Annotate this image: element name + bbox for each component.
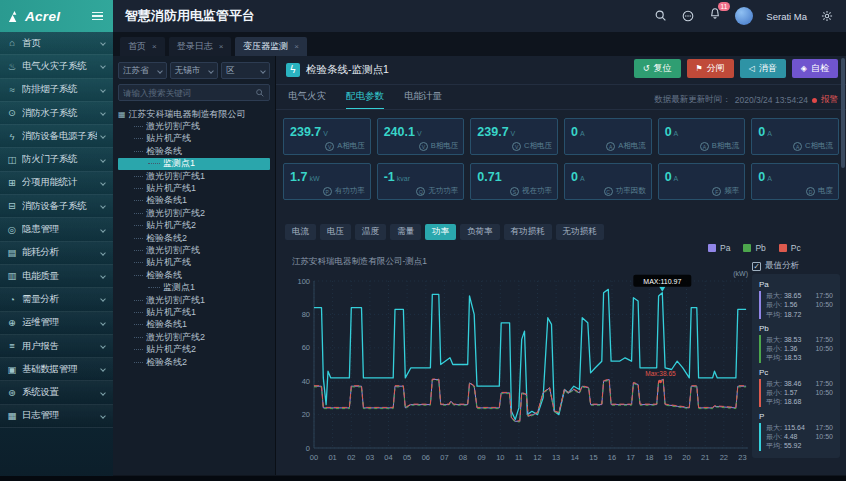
sidebar-item-15[interactable]: ⊛系统设置 <box>0 381 113 404</box>
detail-tab-0[interactable]: 电气火灾 <box>288 90 326 110</box>
power-chart-container: 0001020304050607080910111213141516171819… <box>288 268 750 468</box>
nav-tab-1[interactable]: 登录日志× <box>169 37 232 56</box>
tree-node-3[interactable]: 检验条线 <box>118 145 270 157</box>
sidebar-item-10[interactable]: ▥电能质量 <box>0 265 113 288</box>
power-chart[interactable]: 0001020304050607080910111213141516171819… <box>288 268 750 464</box>
tree-node-1[interactable]: 激光切割产线 <box>118 120 270 132</box>
tree-node-8[interactable]: 激光切割产线2 <box>118 207 270 219</box>
legend-item-Pa[interactable]: Pa <box>708 243 730 253</box>
tree-node-18[interactable]: 激光切割产线2 <box>118 331 270 343</box>
close-icon[interactable]: × <box>219 42 224 51</box>
tree-node-20[interactable]: 检验条线2 <box>118 356 270 368</box>
chevron-down-icon <box>100 87 106 93</box>
detail-tab-2[interactable]: 电能计量 <box>404 90 442 110</box>
metric-unit: V <box>511 130 516 137</box>
sidebar-item-2[interactable]: ≈防排烟子系统 <box>0 79 113 102</box>
hamburger-menu-icon[interactable] <box>90 10 105 23</box>
tree-node-19[interactable]: 贴片机产线2 <box>118 343 270 355</box>
sidebar-item-7[interactable]: ⊟消防设备子系统 <box>0 195 113 218</box>
legend-item-Pb[interactable]: Pb <box>743 243 765 253</box>
metric-unit: kW <box>309 175 319 182</box>
chart-tab-电压[interactable]: 电压 <box>320 224 351 240</box>
tree-node-16[interactable]: 贴片机产线1 <box>118 306 270 318</box>
tree-node-15[interactable]: 激光切割产线1 <box>118 294 270 306</box>
sidebar-item-12[interactable]: ⊕运维管理 <box>0 312 113 335</box>
sidebar-item-3[interactable]: ⊙消防水子系统 <box>0 102 113 125</box>
help-icon[interactable] <box>681 9 695 23</box>
sidebar-item-4[interactable]: ϟ消防设备电源子系统 <box>0 125 113 148</box>
max-analysis-toggle[interactable]: ✓ 最值分析 <box>752 260 799 272</box>
sidebar-item-16[interactable]: ▦日志管理 <box>0 405 113 428</box>
svg-text:100: 100 <box>297 277 310 286</box>
chart-tab-无功损耗[interactable]: 无功损耗 <box>556 224 604 240</box>
chart-tab-温度[interactable]: 温度 <box>355 224 386 240</box>
tree-company-node[interactable]: ▦江苏安科瑞电器制造有限公司 <box>118 108 270 120</box>
close-icon[interactable]: × <box>294 42 299 51</box>
sidebar-item-label: 基础数据管理 <box>22 363 97 376</box>
chart-tab-负荷率[interactable]: 负荷率 <box>460 224 500 240</box>
sidebar-item-11[interactable]: ◔需量分析 <box>0 288 113 311</box>
city-select[interactable]: 无锡市 <box>170 62 219 79</box>
metric-card-0: 239.7VVA相电压 <box>283 118 371 155</box>
province-select[interactable]: 江苏省 <box>118 62 167 79</box>
sidebar-item-9[interactable]: ▤能耗分析 <box>0 242 113 265</box>
stat-avg-row: 平均: 18.53 <box>766 353 833 362</box>
search-icon[interactable] <box>654 9 668 23</box>
tree-node-12[interactable]: 贴片机产线 <box>118 257 270 269</box>
tree-node-label: 贴片机产线1 <box>146 306 196 318</box>
district-select[interactable]: 区 <box>221 62 270 79</box>
tree-node-17[interactable]: 检验条线1 <box>118 319 270 331</box>
自检-button[interactable]: ◈自检 <box>792 59 838 78</box>
sidebar-item-13[interactable]: ≡用户报告 <box>0 335 113 358</box>
chart-tab-电流[interactable]: 电流 <box>285 224 316 240</box>
tree-node-14[interactable]: 监测点1 <box>118 281 270 293</box>
tree-node-9[interactable]: 贴片机产线2 <box>118 220 270 232</box>
sidebar-item-0[interactable]: ⌂首页 <box>0 32 113 55</box>
metric-label: F频率 <box>712 186 739 196</box>
tree-node-7[interactable]: 检验条线1 <box>118 195 270 207</box>
alarm-label[interactable]: 报警 <box>821 94 838 106</box>
mute-icon: ◁ <box>749 64 755 73</box>
tree-node-4[interactable]: 监测点1 <box>118 158 270 170</box>
chart-tab-有功损耗[interactable]: 有功损耗 <box>504 224 552 240</box>
nav-tabbar: 首页×登录日志×变压器监测× <box>113 32 846 56</box>
close-icon[interactable]: × <box>152 42 157 51</box>
tree-node-5[interactable]: 激光切割产线1 <box>118 170 270 182</box>
sidebar-item-8[interactable]: ◎隐患管理 <box>0 218 113 241</box>
stat-avg-row: 平均: 18.68 <box>766 397 833 406</box>
tree-node-6[interactable]: 贴片机产线1 <box>118 182 270 194</box>
消音-button[interactable]: ◁消音 <box>740 59 786 78</box>
tree-node-11[interactable]: 激光切割产线 <box>118 244 270 256</box>
复位-button[interactable]: ↺复位 <box>634 59 681 78</box>
chart-tab-功率[interactable]: 功率 <box>425 224 456 240</box>
checkbox-checked-icon[interactable]: ✓ <box>752 262 761 271</box>
tree-connector <box>134 138 143 139</box>
svg-text:23: 23 <box>738 453 746 462</box>
search-input[interactable] <box>123 88 255 98</box>
lightning-icon: ϟ <box>286 63 300 77</box>
notifications-bell[interactable]: 11 <box>708 7 722 25</box>
gear-icon[interactable] <box>820 9 834 23</box>
sidebar-item-5[interactable]: ◫防火门子系统 <box>0 148 113 171</box>
分闸-button[interactable]: ⚑分闸 <box>687 59 734 78</box>
nav-tab-2[interactable]: 变压器监测× <box>235 37 307 56</box>
nav-tab-0[interactable]: 首页× <box>120 37 165 56</box>
tree-node-label: 激光切割产线1 <box>146 294 205 306</box>
sidebar-item-1[interactable]: ♨电气火灾子系统 <box>0 55 113 78</box>
tree-node-2[interactable]: 贴片机产线 <box>118 133 270 145</box>
sidebar-item-6[interactable]: ⊞分项用能统计 <box>0 172 113 195</box>
metric-value: 240.1 <box>384 125 415 139</box>
tree-node-13[interactable]: 检验条线 <box>118 269 270 281</box>
metric-unit: V <box>323 130 328 137</box>
detail-tab-1[interactable]: 配电参数 <box>346 90 384 110</box>
divider <box>276 109 846 110</box>
search-icon[interactable] <box>255 88 265 98</box>
legend-item-Pc[interactable]: Pc <box>779 243 801 253</box>
scrollbar[interactable] <box>841 58 845 168</box>
user-name[interactable]: Serati Ma <box>766 11 807 22</box>
chart-tab-需量[interactable]: 需量 <box>390 224 421 240</box>
avatar[interactable] <box>735 7 753 25</box>
sidebar-item-14[interactable]: ▣基础数据管理 <box>0 358 113 381</box>
tree-node-10[interactable]: 检验条线2 <box>118 232 270 244</box>
metric-label: P有功功率 <box>323 186 365 196</box>
